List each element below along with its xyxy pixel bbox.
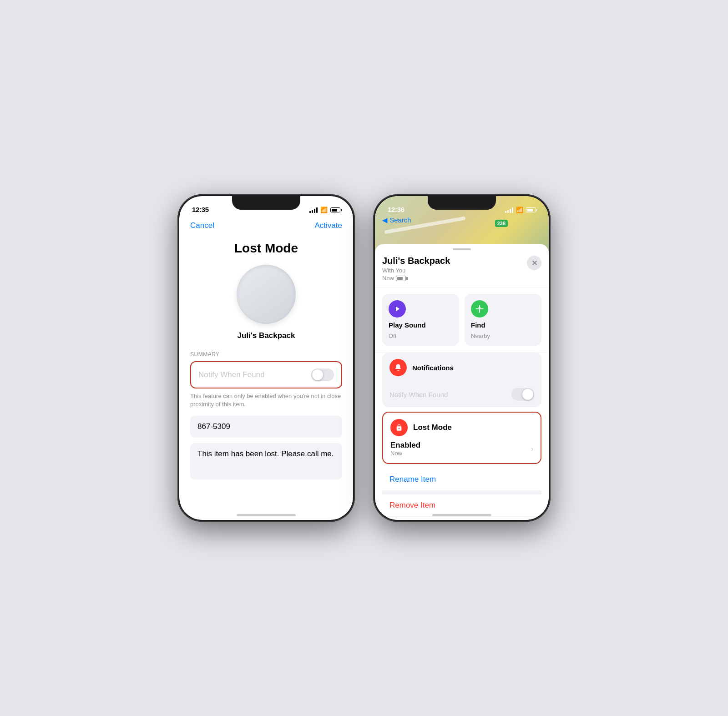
wifi-icon-2: 📶	[516, 207, 523, 213]
lost-mode-icon	[390, 419, 408, 436]
status-icons-1: 📶	[309, 207, 340, 213]
time-2: 12:36	[388, 206, 404, 213]
signal-icon-2	[505, 207, 513, 213]
notify-toggle-2[interactable]	[511, 388, 534, 401]
phone-2: 238 12:36 📶	[373, 194, 551, 522]
notifications-section: Notifications Notify When Found	[375, 353, 549, 407]
notch-2	[428, 196, 496, 210]
action-cards-row: Play Sound Off Find Nearby	[375, 287, 549, 353]
notch-1	[232, 196, 300, 210]
summary-label: SUMMARY	[190, 351, 342, 358]
activate-button[interactable]: Activate	[315, 221, 342, 230]
device-name-label: Juli's Backpack	[238, 331, 295, 340]
battery-icon-2	[526, 207, 536, 212]
notifications-title: Notifications	[412, 364, 454, 372]
rename-item-button[interactable]: Rename Item	[382, 469, 541, 491]
play-sound-subtitle: Off	[389, 333, 453, 339]
home-indicator-2	[432, 514, 491, 516]
notify-when-found-row-label: Notify When Found	[389, 391, 448, 398]
proximity-note: This feature can only be enabled when yo…	[190, 392, 342, 408]
find-title: Find	[471, 321, 535, 329]
phone-1: 12:35 📶	[177, 194, 355, 522]
battery-icon-1	[330, 207, 340, 212]
cancel-button[interactable]: Cancel	[190, 221, 214, 230]
sheet-subtitle: With You	[382, 267, 450, 274]
notify-when-found-label: Notify When Found	[198, 370, 265, 379]
sheet-title: Juli's Backpack	[382, 256, 450, 266]
svg-marker-0	[396, 307, 399, 312]
device-battery-icon	[396, 276, 406, 281]
notify-when-found-box: Notify When Found	[190, 361, 342, 388]
lost-mode-title-label: Lost Mode	[413, 423, 452, 432]
time-1: 12:35	[192, 206, 209, 213]
notifications-row: Notifications	[382, 353, 541, 383]
airtag-image	[237, 265, 296, 324]
message-input[interactable]: This item has been lost. Please call me.	[190, 443, 342, 479]
home-indicator-1	[237, 514, 296, 516]
lost-mode-time: Now	[390, 450, 420, 457]
menu-list: Rename Item Remove Item	[382, 469, 541, 517]
find-nearby-icon	[471, 300, 488, 318]
notify-when-found-row: Notify When Found	[382, 383, 541, 407]
find-nearby-card[interactable]: Find Nearby	[465, 294, 541, 346]
remove-item-button[interactable]: Remove Item	[382, 494, 541, 517]
sheet-handle	[453, 248, 471, 250]
sheet-status: Now	[382, 275, 450, 282]
play-sound-card[interactable]: Play Sound Off	[382, 294, 459, 346]
status-icons-2: 📶	[505, 207, 536, 213]
detail-sheet: Juli's Backpack With You Now ✕	[375, 244, 549, 520]
play-sound-title: Play Sound	[389, 321, 453, 329]
phone-number-input[interactable]: 867-5309	[190, 416, 342, 438]
lost-mode-status: Enabled	[390, 441, 420, 450]
lost-mode-card[interactable]: Lost Mode Enabled Now ›	[382, 412, 541, 464]
close-button[interactable]: ✕	[527, 256, 541, 270]
map-route-badge: 238	[495, 220, 508, 227]
wifi-icon-1: 📶	[320, 207, 328, 213]
play-sound-icon	[389, 300, 406, 318]
lost-mode-content: Lost Mode Juli's Backpack SUMMARY Notify…	[179, 230, 353, 479]
page-title: Lost Mode	[234, 241, 298, 256]
signal-icon-1	[309, 207, 318, 213]
chevron-right-icon: ›	[531, 445, 533, 453]
notifications-icon	[389, 359, 407, 376]
find-subtitle: Nearby	[471, 333, 535, 339]
notify-toggle[interactable]	[311, 368, 334, 381]
back-button[interactable]: ◀ Search	[382, 216, 411, 224]
sheet-header: Juli's Backpack With You Now ✕	[375, 256, 549, 287]
